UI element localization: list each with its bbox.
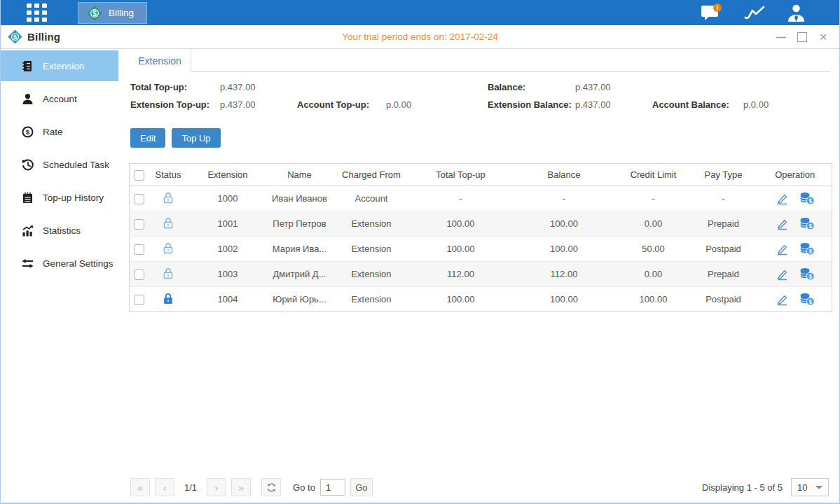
paging-bar: « ‹ 1/1 › » Go to Go Displaying <box>130 477 829 498</box>
row-checkbox[interactable] <box>134 270 144 280</box>
col-operation: Operation <box>759 164 832 186</box>
top-up-coins-icon[interactable]: $ <box>799 217 815 230</box>
sidebar-item-label: Account <box>43 94 77 104</box>
sidebar-item-statistics[interactable]: Statistics <box>1 215 118 246</box>
row-checkbox[interactable] <box>134 295 144 305</box>
extension-balance-value: p.437.00 <box>575 99 652 110</box>
sidebar-item-label: Extension <box>43 61 84 71</box>
table-row[interactable]: 1003 Дмитрий Д... Extension 112.00 112.0… <box>130 262 832 287</box>
table-row[interactable]: 1002 Мария Ива... Extension 100.00 100.0… <box>130 237 832 262</box>
edit-pencil-icon[interactable] <box>776 243 789 255</box>
close-button[interactable]: ✕ <box>818 32 828 42</box>
trial-notice: Your trial period ends on: 2017-02-24 <box>1 31 839 42</box>
maximize-button[interactable] <box>797 32 807 42</box>
lock-open-icon <box>162 267 174 280</box>
minimize-button[interactable]: — <box>776 32 786 42</box>
balance-value: p.437.00 <box>575 82 830 92</box>
prev-page-button[interactable]: ‹ <box>155 478 174 496</box>
top-up-coins-icon[interactable]: $ <box>799 267 815 281</box>
row-checkbox[interactable] <box>134 244 144 255</box>
billing-summary: Total Top-up: p.437.00 Balance: p.437.00… <box>129 72 830 110</box>
tab-strip: Extension <box>129 49 830 72</box>
billing-window: $ Billing ! <box>0 0 840 504</box>
edit-button[interactable]: Edit <box>130 128 165 148</box>
cell-name: Юрий Юрь... <box>268 287 331 312</box>
svg-text:$: $ <box>808 223 812 230</box>
go-button[interactable]: Go <box>350 478 373 496</box>
action-buttons: Edit Top Up <box>130 128 830 148</box>
page-size-select[interactable]: 10 <box>791 478 829 496</box>
apps-grid-button[interactable] <box>25 2 48 23</box>
extension-ledger-icon <box>22 60 34 72</box>
svg-text:$: $ <box>808 248 812 255</box>
page-size-value: 10 <box>797 482 807 493</box>
taskbar-tab-label: Billing <box>109 8 134 18</box>
total-topup-value: p.437.00 <box>220 82 297 92</box>
scheduled-task-clock-icon <box>22 159 34 171</box>
user-button[interactable] <box>787 4 806 22</box>
edit-pencil-icon[interactable] <box>776 192 789 205</box>
sidebar-item-label: Statistics <box>43 225 81 236</box>
row-checkbox[interactable] <box>134 219 144 230</box>
svg-text:$: $ <box>13 33 18 41</box>
table-row[interactable]: 1000 Иван Иванов Account - - - - <box>130 186 832 211</box>
next-page-button[interactable]: › <box>207 478 226 496</box>
cell-balance: 100.00 <box>510 211 619 237</box>
cell-name: Дмитрий Д... <box>268 262 331 287</box>
cell-pay-type: Postpaid <box>689 287 759 312</box>
account-person-icon <box>22 93 34 105</box>
sidebar-item-rate[interactable]: $ Rate <box>1 116 118 147</box>
lock-closed-icon <box>162 292 174 305</box>
cell-name: Петр Петров <box>268 211 331 237</box>
goto-page-input[interactable] <box>320 479 345 496</box>
table-header-row: Status Extension Name Charged From Total… <box>130 164 832 186</box>
top-up-coins-icon[interactable]: $ <box>799 192 815 205</box>
edit-pencil-icon[interactable] <box>776 218 789 230</box>
top-up-coins-icon[interactable]: $ <box>799 242 815 255</box>
sidebar-item-general-settings[interactable]: General Settings <box>1 248 118 279</box>
cell-balance: 100.00 <box>510 287 619 312</box>
edit-pencil-icon[interactable] <box>776 293 789 306</box>
total-topup-label: Total Top-up: <box>130 82 220 92</box>
refresh-button[interactable] <box>261 478 281 496</box>
svg-text:$: $ <box>808 273 812 280</box>
line-chart-icon <box>743 4 766 21</box>
cell-balance: 100.00 <box>510 237 619 262</box>
window-title-text: Billing <box>27 31 60 43</box>
window-controls: — ✕ <box>776 32 828 42</box>
select-all-checkbox[interactable] <box>134 170 144 181</box>
messages-button[interactable]: ! <box>700 3 722 22</box>
svg-text:!: ! <box>717 4 719 11</box>
cell-extension: 1001 <box>188 211 268 237</box>
table-row[interactable]: 1001 Петр Петров Extension 100.00 100.00… <box>130 211 832 237</box>
row-checkbox[interactable] <box>134 194 144 204</box>
cell-extension: 1003 <box>188 262 268 287</box>
last-page-button[interactable]: » <box>231 478 251 496</box>
lock-open-icon <box>162 241 174 255</box>
cell-total-topup: 100.00 <box>412 237 510 262</box>
sidebar-item-scheduled-task[interactable]: Scheduled Task <box>1 149 118 180</box>
cell-credit-limit: 0.00 <box>619 262 689 287</box>
top-up-button[interactable]: Top Up <box>172 128 220 148</box>
edit-pencil-icon[interactable] <box>776 268 789 281</box>
tab-extension[interactable]: Extension <box>129 49 191 73</box>
sidebar-item-account[interactable]: Account <box>1 83 118 114</box>
col-extension: Extension <box>188 164 268 186</box>
sidebar-item-extension[interactable]: Extension <box>1 50 118 81</box>
top-up-coins-icon[interactable]: $ <box>799 293 815 306</box>
cell-total-topup: 100.00 <box>412 211 510 237</box>
cell-charged-from: Extension <box>331 262 412 287</box>
first-page-button[interactable]: « <box>130 478 150 496</box>
refresh-icon <box>266 482 277 493</box>
table-row[interactable]: 1004 Юрий Юрь... Extension 100.00 100.00… <box>130 287 832 312</box>
sidebar: Extension Account $ Rate <box>1 49 118 503</box>
sidebar-item-topup-history[interactable]: Top-up History <box>1 182 118 213</box>
cell-credit-limit: 50.00 <box>619 237 689 262</box>
svg-text:$: $ <box>808 298 812 305</box>
sidebar-item-label: Top-up History <box>43 192 104 203</box>
statistics-button[interactable] <box>743 4 766 21</box>
topup-history-notepad-icon <box>22 192 34 204</box>
col-charged-from: Charged From <box>331 164 412 186</box>
cell-charged-from: Extension <box>331 237 412 262</box>
taskbar-tab-billing[interactable]: $ Billing <box>78 2 147 24</box>
